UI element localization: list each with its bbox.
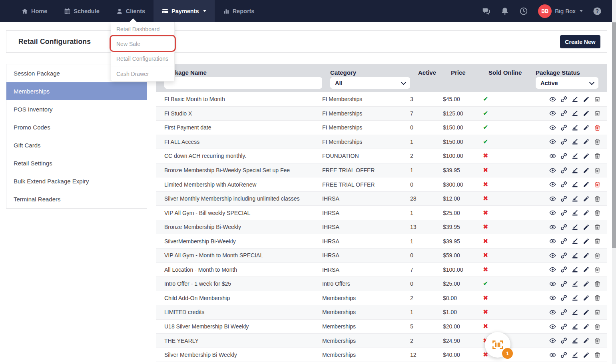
view-eye-icon[interactable]	[549, 238, 556, 245]
menu-item-retail-configurations[interactable]: Retail Configurations	[111, 52, 174, 66]
edit-pencil-icon[interactable]	[583, 195, 590, 202]
edit-pencil-icon[interactable]	[583, 96, 590, 103]
delete-trash-icon[interactable]	[594, 195, 601, 202]
link-icon[interactable]	[560, 309, 567, 316]
view-eye-icon[interactable]	[549, 153, 556, 159]
view-eye-icon[interactable]	[549, 252, 556, 259]
delete-trash-icon[interactable]	[594, 252, 601, 259]
sidebar-item-gift-cards[interactable]: Gift Cards	[6, 136, 147, 154]
delete-trash-icon[interactable]	[594, 96, 601, 103]
import-tray-icon[interactable]	[572, 352, 578, 358]
view-eye-icon[interactable]	[549, 138, 556, 145]
delete-trash-icon[interactable]	[594, 238, 601, 245]
chat-icon[interactable]	[482, 7, 490, 16]
edit-pencil-icon[interactable]	[583, 238, 590, 245]
nav-payments[interactable]: Payments	[154, 0, 215, 22]
link-icon[interactable]	[560, 224, 567, 231]
view-eye-icon[interactable]	[549, 280, 556, 287]
import-tray-icon[interactable]	[572, 181, 578, 188]
import-tray-icon[interactable]	[572, 138, 578, 145]
import-tray-icon[interactable]	[572, 252, 578, 259]
package-status-filter-select[interactable]: Active	[536, 77, 598, 89]
view-eye-icon[interactable]	[549, 209, 556, 216]
edit-pencil-icon[interactable]	[583, 323, 590, 330]
edit-pencil-icon[interactable]	[583, 153, 590, 159]
view-eye-icon[interactable]	[549, 224, 556, 231]
import-tray-icon[interactable]	[572, 280, 578, 287]
delete-trash-icon[interactable]	[594, 153, 601, 159]
link-icon[interactable]	[560, 167, 567, 174]
history-clock-icon[interactable]	[519, 7, 528, 16]
category-filter-select[interactable]: All	[330, 77, 410, 89]
delete-trash-icon[interactable]	[594, 337, 601, 344]
menu-item-retail-dashboard[interactable]: Retail Dashboard	[111, 22, 174, 37]
import-tray-icon[interactable]	[572, 323, 578, 330]
link-icon[interactable]	[560, 181, 567, 188]
import-tray-icon[interactable]	[572, 153, 578, 159]
view-eye-icon[interactable]	[549, 96, 556, 103]
view-eye-icon[interactable]	[549, 266, 556, 273]
vertical-scrollbar-track[interactable]	[612, 0, 616, 364]
link-icon[interactable]	[560, 280, 567, 287]
import-tray-icon[interactable]	[572, 96, 578, 103]
edit-pencil-icon[interactable]	[583, 252, 590, 259]
import-tray-icon[interactable]	[572, 195, 578, 202]
edit-pencil-icon[interactable]	[583, 209, 590, 216]
view-eye-icon[interactable]	[549, 181, 556, 188]
import-tray-icon[interactable]	[572, 337, 578, 344]
link-icon[interactable]	[560, 124, 567, 131]
view-eye-icon[interactable]	[549, 323, 556, 330]
view-eye-icon[interactable]	[549, 195, 556, 202]
link-icon[interactable]	[560, 153, 567, 159]
create-new-button[interactable]: Create New	[560, 35, 600, 48]
link-icon[interactable]	[560, 252, 567, 259]
sidebar-item-bulk-extend-package-expiry[interactable]: Bulk Extend Package Expiry	[6, 172, 147, 190]
link-icon[interactable]	[560, 96, 567, 103]
delete-trash-icon[interactable]	[594, 181, 601, 188]
import-tray-icon[interactable]	[572, 266, 578, 273]
view-eye-icon[interactable]	[549, 352, 556, 358]
edit-pencil-icon[interactable]	[583, 138, 590, 145]
delete-trash-icon[interactable]	[594, 110, 601, 117]
view-eye-icon[interactable]	[549, 110, 556, 117]
view-eye-icon[interactable]	[549, 167, 556, 174]
delete-trash-icon[interactable]	[594, 294, 601, 301]
sidebar-item-terminal-readers[interactable]: Terminal Readers	[6, 190, 147, 208]
edit-pencil-icon[interactable]	[583, 337, 590, 344]
edit-pencil-icon[interactable]	[583, 124, 590, 131]
import-tray-icon[interactable]	[572, 124, 578, 131]
edit-pencil-icon[interactable]	[583, 352, 590, 358]
vertical-scrollbar-thumb[interactable]	[612, 22, 616, 248]
delete-trash-icon[interactable]	[594, 266, 601, 273]
notifications-bell-icon[interactable]	[500, 7, 509, 16]
sidebar-item-memberships[interactable]: Memberships	[6, 82, 147, 100]
package-name-filter-input[interactable]	[164, 77, 322, 89]
view-eye-icon[interactable]	[549, 294, 556, 301]
sidebar-item-retail-settings[interactable]: Retail Settings	[6, 154, 147, 172]
edit-pencil-icon[interactable]	[583, 110, 590, 117]
link-icon[interactable]	[560, 209, 567, 216]
view-eye-icon[interactable]	[549, 309, 556, 316]
delete-trash-icon[interactable]	[594, 138, 601, 145]
delete-trash-icon[interactable]	[594, 167, 601, 174]
import-tray-icon[interactable]	[572, 238, 578, 245]
import-tray-icon[interactable]	[572, 294, 578, 301]
link-icon[interactable]	[560, 337, 567, 344]
import-tray-icon[interactable]	[572, 209, 578, 216]
scanner-badge-count[interactable]: 1	[502, 348, 513, 359]
nav-reports[interactable]: Reports	[215, 0, 263, 22]
nav-schedule[interactable]: Schedule	[56, 0, 108, 22]
import-tray-icon[interactable]	[572, 224, 578, 231]
delete-trash-icon[interactable]	[594, 280, 601, 287]
link-icon[interactable]	[560, 138, 567, 145]
link-icon[interactable]	[560, 266, 567, 273]
delete-trash-icon[interactable]	[594, 309, 601, 316]
delete-trash-icon[interactable]	[594, 323, 601, 330]
link-icon[interactable]	[560, 238, 567, 245]
edit-pencil-icon[interactable]	[583, 167, 590, 174]
link-icon[interactable]	[560, 110, 567, 117]
link-icon[interactable]	[560, 323, 567, 330]
delete-trash-icon[interactable]	[594, 224, 601, 231]
view-eye-icon[interactable]	[549, 337, 556, 344]
link-icon[interactable]	[560, 352, 567, 358]
